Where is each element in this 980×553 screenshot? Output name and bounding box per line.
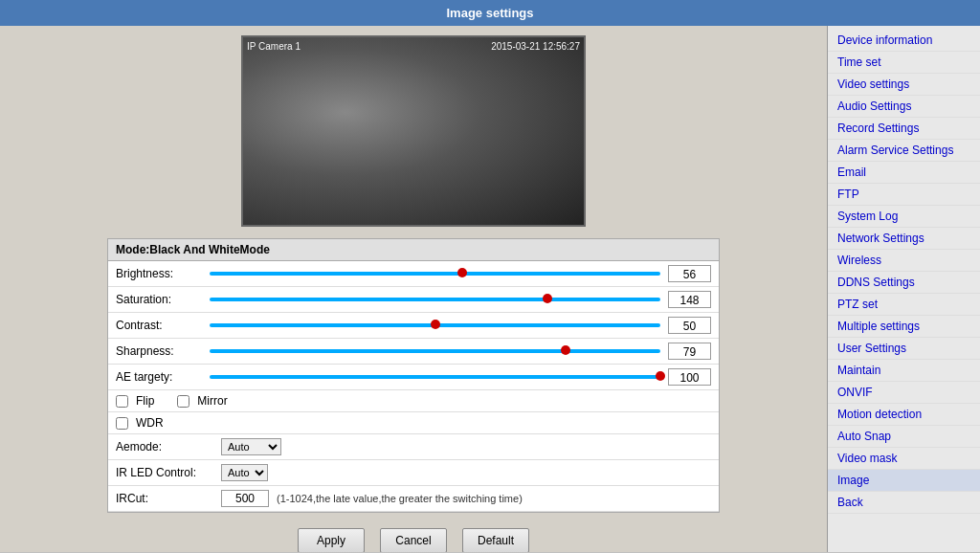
flip-checkbox[interactable] <box>116 395 128 408</box>
sidebar-item-auto-snap[interactable]: Auto Snap <box>828 426 980 448</box>
wdr-row: WDR <box>108 412 719 434</box>
contrast-value: 50 <box>668 317 711 334</box>
camera-datetime-label: 2015-03-21 12:56:27 <box>491 41 580 52</box>
sharpness-row: Sharpness: 79 <box>108 339 719 365</box>
sidebar-item-video-settings[interactable]: Video settings <box>828 74 980 96</box>
sidebar-item-network-settings[interactable]: Network Settings <box>828 228 980 250</box>
contrast-row: Contrast: 50 <box>108 313 719 339</box>
sharpness-value: 79 <box>668 343 711 360</box>
sidebar-item-time-set[interactable]: Time set <box>828 52 980 74</box>
sidebar-item-ptz-set[interactable]: PTZ set <box>828 294 980 316</box>
ir-led-row: IR LED Control: Auto On Off <box>108 460 719 486</box>
aemode-row: Aemode: Auto Manual <box>108 434 719 460</box>
contrast-slider[interactable] <box>210 318 660 333</box>
sidebar-item-record-settings[interactable]: Record Settings <box>828 118 980 140</box>
ir-led-select[interactable]: Auto On Off <box>221 464 268 481</box>
ae-target-slider[interactable] <box>210 369 660 385</box>
wdr-label: WDR <box>136 416 164 430</box>
sidebar-item-onvif[interactable]: ONVIF <box>828 382 980 404</box>
sidebar: Device informationTime setVideo settings… <box>827 26 980 552</box>
default-button[interactable]: Default <box>462 528 529 552</box>
sidebar-item-ddns-settings[interactable]: DDNS Settings <box>828 272 980 294</box>
sidebar-item-image[interactable]: Image <box>828 470 980 492</box>
saturation-value: 148 <box>668 291 711 308</box>
sidebar-item-system-log[interactable]: System Log <box>828 206 980 228</box>
mirror-label: Mirror <box>197 394 227 408</box>
sidebar-item-audio-settings[interactable]: Audio Settings <box>828 96 980 118</box>
sharpness-slider[interactable] <box>210 343 660 359</box>
sidebar-item-wireless[interactable]: Wireless <box>828 250 980 272</box>
saturation-slider[interactable] <box>210 292 660 307</box>
ae-target-label: AE targety: <box>116 370 202 384</box>
aemode-label: Aemode: <box>116 440 221 453</box>
mirror-checkbox[interactable] <box>177 395 189 408</box>
ae-target-value: 100 <box>668 368 711 386</box>
brightness-value: 56 <box>668 265 711 282</box>
sidebar-item-back[interactable]: Back <box>828 492 980 514</box>
sidebar-item-maintain[interactable]: Maintain <box>828 360 980 382</box>
flip-mirror-row: Flip Mirror <box>108 390 719 412</box>
saturation-row: Saturation: 148 <box>108 287 719 313</box>
sidebar-item-email[interactable]: Email <box>828 162 980 184</box>
apply-button[interactable]: Apply <box>298 528 365 552</box>
sidebar-item-user-settings[interactable]: User Settings <box>828 338 980 360</box>
sharpness-label: Sharpness: <box>116 344 202 358</box>
ircut-input[interactable] <box>221 490 269 507</box>
ir-led-label: IR LED Control: <box>116 466 221 479</box>
wdr-checkbox[interactable] <box>116 417 128 430</box>
ircut-row: IRCut: (1-1024,the late value,the greate… <box>108 486 719 512</box>
camera-channel-label: IP Camera 1 <box>247 41 301 52</box>
contrast-label: Contrast: <box>116 319 202 332</box>
brightness-row: Brightness: 56 <box>108 261 719 287</box>
mode-header: Mode:Black And WhiteMode <box>108 239 719 261</box>
sidebar-item-video-mask[interactable]: Video mask <box>828 448 980 470</box>
brightness-slider[interactable] <box>210 266 660 281</box>
cancel-button[interactable]: Cancel <box>380 528 447 552</box>
sidebar-item-alarm-service-settings[interactable]: Alarm Service Settings <box>828 140 980 162</box>
ae-target-row: AE targety: 100 <box>108 365 719 390</box>
button-row: Apply Cancel Default <box>10 528 817 552</box>
settings-table: Mode:Black And WhiteMode Brightness: 56 … <box>107 238 720 513</box>
ircut-hint: (1-1024,the late value,the greater the s… <box>277 493 523 504</box>
brightness-label: Brightness: <box>116 267 202 280</box>
aemode-select[interactable]: Auto Manual <box>221 438 281 455</box>
flip-label: Flip <box>136 394 154 408</box>
ircut-label: IRCut: <box>116 492 221 505</box>
sidebar-item-ftp[interactable]: FTP <box>828 184 980 206</box>
page-title: Image settings <box>0 0 980 26</box>
sidebar-item-device-information[interactable]: Device information <box>828 30 980 52</box>
sidebar-item-motion-detection[interactable]: Motion detection <box>828 404 980 426</box>
sidebar-item-multiple-settings[interactable]: Multiple settings <box>828 316 980 338</box>
saturation-label: Saturation: <box>116 293 202 306</box>
camera-preview: IP Camera 1 2015-03-21 12:56:27 <box>241 35 586 227</box>
